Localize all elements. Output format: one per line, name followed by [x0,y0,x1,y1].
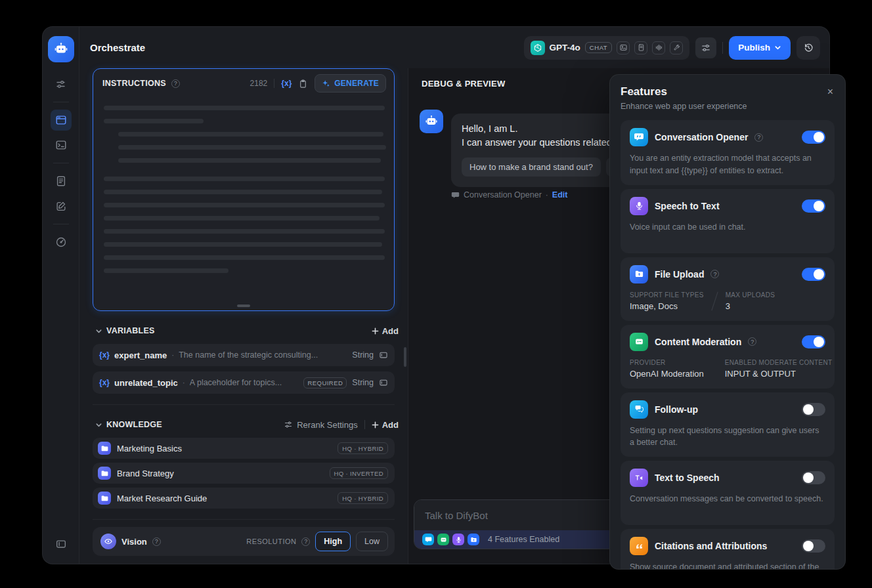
generate-button[interactable]: GENERATE [315,74,386,93]
version-history-button[interactable] [796,36,820,60]
edit-opener-link[interactable]: Edit [552,190,568,200]
publish-label: Publish [738,43,770,52]
panel-resize-handle[interactable] [237,304,250,307]
resolution-low-button[interactable]: Low [356,532,388,551]
feature-description: Voice input can be used in chat. [630,221,825,245]
features-subtitle: Enhance web app user experience [621,102,835,111]
app-logo-robot-icon[interactable] [48,36,74,62]
speech-to-text-mini-icon [452,534,464,545]
collapse-sidebar-icon[interactable] [51,534,72,555]
sidebar-item-annotations[interactable] [51,196,72,217]
rail-divider [53,224,69,224]
character-count: 2182 [250,79,268,88]
text-to-speech-icon [630,469,648,487]
knowledge-name: Marketing Basics [117,444,182,453]
conversation-opener-toggle[interactable] [802,131,825,144]
folder-icon [98,442,111,455]
variable-row[interactable]: {x} unrelated_topic · A placeholder for … [93,371,395,394]
knowledge-badge: HQ · HYBRID [338,492,388,504]
setting-value: INPUT & OUTPUT [725,369,833,379]
column-divider [711,359,717,378]
follow-up-icon [630,400,648,419]
folder-icon [98,467,111,480]
variable-name: expert_name [114,350,167,360]
variable-description: A placeholder for topics... [190,378,282,387]
scrollbar-thumb[interactable] [404,347,406,367]
chevron-down-icon[interactable] [95,421,102,429]
separator-dot: · [183,378,185,387]
add-variable-button[interactable]: Add [372,326,399,336]
knowledge-item[interactable]: Brand Strategy HQ · INVERTED [93,463,395,484]
features-panel-header: Features Enhance web app user experience… [621,85,835,111]
citations-toggle[interactable] [802,539,825,553]
speech-to-text-toggle[interactable] [802,200,825,213]
add-knowledge-button[interactable]: Add [372,420,399,430]
conversation-opener-icon [630,128,648,146]
help-icon[interactable]: ? [171,79,180,88]
separator-dot: · [546,190,548,200]
resolution-high-button[interactable]: High [315,532,351,551]
feature-description: Conversation messages can be converted t… [630,493,825,517]
help-icon[interactable]: ? [152,537,161,546]
config-column: INSTRUCTIONS ? 2182 {x} GENERATE [79,68,408,564]
model-selector[interactable]: GPT-4o CHAT [524,36,690,60]
text-input-type-icon [379,350,388,360]
sidebar-item-orchestrate[interactable] [51,110,72,131]
feature-card-content-moderation: Content Moderation ? PROVIDER OpenAI Mod… [621,325,835,388]
header-divider [722,42,723,54]
knowledge-item[interactable]: Marketing Basics HQ · HYBRID [93,438,395,459]
suggested-question-chip[interactable]: How to make a brand stand out? [462,158,601,177]
knowledge-badge: HQ · HYBRID [338,442,388,454]
file-upload-icon [630,265,648,284]
feature-name: Speech to Text [655,201,720,211]
variable-row[interactable]: {x} expert_name · The name of the strate… [93,344,395,366]
variables-header: VARIABLES Add [95,324,399,337]
sidebar-item-terminal[interactable] [51,135,72,156]
variable-type: String [352,378,374,387]
help-icon[interactable]: ? [748,337,756,346]
document-capability-icon [634,41,647,54]
help-icon[interactable]: ? [301,537,310,546]
model-name: GPT-4o [550,43,580,52]
chevron-down-icon[interactable] [95,327,102,335]
setting-label: MAX UPLOADS [726,291,775,299]
sidebar-item-monitoring[interactable] [51,232,72,253]
sidebar-item-logs[interactable] [51,171,72,192]
help-icon[interactable]: ? [754,133,763,142]
file-upload-toggle[interactable] [802,268,825,281]
feature-description: Show source document and attributed sect… [630,561,825,570]
text-to-speech-toggle[interactable] [802,471,825,484]
help-icon[interactable]: ? [710,270,719,278]
plus-icon [372,327,379,335]
setting-label: PROVIDER [630,359,704,366]
follow-up-toggle[interactable] [802,403,825,416]
content-moderation-icon [630,333,648,351]
opener-label: Conversation Opener [464,190,542,200]
rail-divider [53,102,69,102]
microphone-icon [630,197,648,215]
variable-description: The name of the strategic consulting... [179,350,318,360]
folder-icon [98,492,111,505]
prompt-text-skeleton [93,98,394,273]
feature-card-follow-up: Follow-up Setting up next questions sugg… [621,392,835,457]
content-moderation-toggle[interactable] [802,335,825,348]
page-title: Orchestrate [90,42,145,53]
rerank-settings-button[interactable]: Rerank Settings [284,420,358,430]
column-divider [711,291,718,310]
knowledge-name: Brand Strategy [117,469,174,478]
publish-button[interactable]: Publish [729,36,791,60]
sparkle-icon [322,79,330,88]
model-parameters-icon[interactable] [695,37,716,58]
close-icon[interactable]: × [827,87,833,97]
copy-clipboard-icon[interactable] [298,79,308,89]
variable-token-icon: {x} [99,350,110,360]
instructions-panel[interactable]: INSTRUCTIONS ? 2182 {x} GENERATE [93,68,395,311]
model-settings-sliders-icon[interactable] [51,74,72,94]
content-moderation-mini-icon [437,534,449,545]
feature-card-citations: Citations and Attributions Show source d… [621,529,835,570]
knowledge-item[interactable]: Market Research Guide HQ · HYBRID [93,488,395,509]
citations-icon [630,537,648,555]
insert-variable-button[interactable]: {x} [281,79,292,88]
feature-name: Conversation Opener [655,132,748,142]
plus-icon [372,421,379,429]
